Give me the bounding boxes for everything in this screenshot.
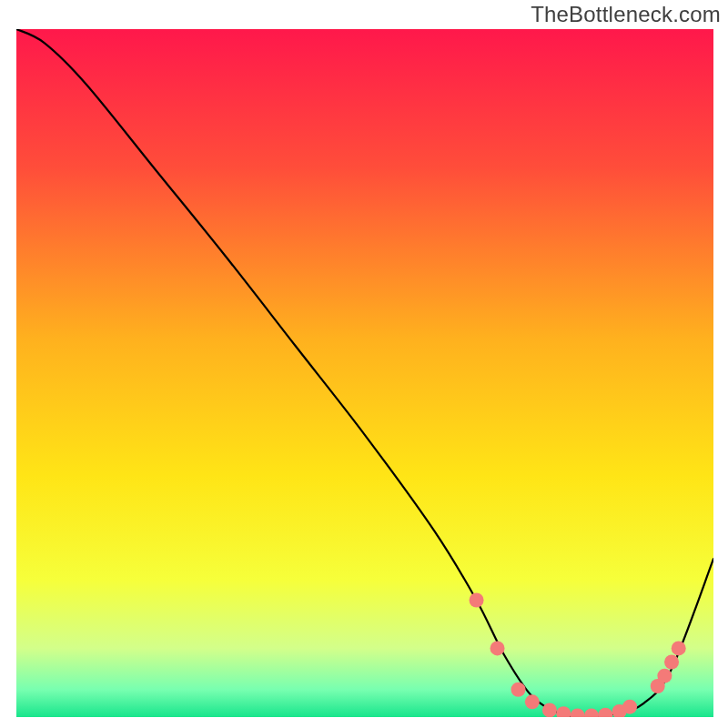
marker-dot	[672, 641, 686, 655]
chart-frame: TheBottleneck.com	[0, 0, 728, 728]
gradient-background	[16, 29, 713, 717]
marker-dot	[542, 703, 557, 717]
marker-dot	[511, 682, 526, 697]
marker-dot	[664, 655, 679, 670]
chart-plot-area	[16, 29, 713, 717]
marker-dot	[490, 641, 505, 655]
marker-dot	[622, 700, 637, 714]
marker-dot	[470, 592, 484, 607]
marker-dot	[525, 694, 540, 709]
chart-svg	[16, 29, 713, 717]
marker-dot	[657, 669, 672, 683]
watermark-text: TheBottleneck.com	[531, 2, 721, 27]
